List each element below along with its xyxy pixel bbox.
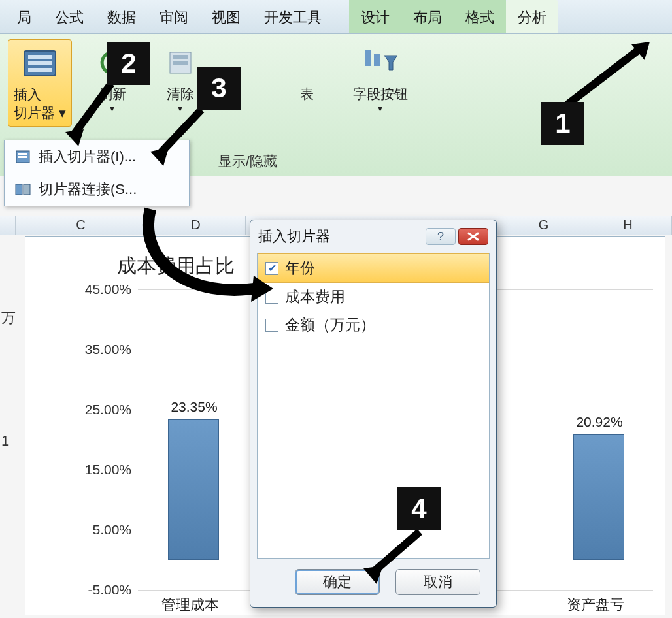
arrow-1 bbox=[562, 39, 654, 111]
dialog-close-button[interactable] bbox=[458, 228, 488, 245]
field-label-year: 年份 bbox=[285, 258, 315, 278]
step-3-callout: 3 bbox=[197, 67, 241, 110]
slicer-icon bbox=[16, 44, 63, 83]
svg-rect-12 bbox=[16, 184, 22, 195]
svg-rect-1 bbox=[28, 55, 52, 59]
svg-rect-8 bbox=[374, 54, 380, 66]
ribbon-tab-layout[interactable]: 局 bbox=[5, 0, 43, 33]
step-4-callout: 4 bbox=[397, 487, 441, 530]
cat-label-1: 资产盘亏 bbox=[567, 595, 624, 615]
ytick-15: 15.00% bbox=[85, 462, 131, 478]
col-g[interactable]: G bbox=[503, 216, 584, 235]
field-row-amount[interactable]: 金额（万元） bbox=[258, 311, 489, 339]
arrow-3a bbox=[145, 105, 210, 170]
ytick-45: 45.00% bbox=[85, 282, 131, 297]
field-row-cost[interactable]: 成本费用 bbox=[258, 283, 489, 311]
ribbon-tab-strip: 局 公式 数据 审阅 视图 开发工具 设计 布局 格式 分析 bbox=[0, 0, 672, 34]
col-c[interactable]: C bbox=[16, 216, 146, 235]
svg-rect-6 bbox=[173, 61, 188, 65]
ribbon-tab-formula[interactable]: 公式 bbox=[43, 0, 95, 33]
svg-rect-3 bbox=[28, 68, 52, 72]
clear-label: 清除 bbox=[167, 85, 194, 103]
svg-rect-5 bbox=[173, 55, 188, 59]
svg-rect-11 bbox=[18, 156, 27, 158]
ytick-n5: -5.00% bbox=[88, 582, 131, 598]
ribbon-tab-view[interactable]: 视图 bbox=[200, 0, 252, 33]
step-1-callout: 1 bbox=[541, 102, 584, 145]
arrow-2 bbox=[61, 78, 120, 150]
ytick-5: 5.00% bbox=[92, 522, 131, 538]
ribbon-tab-devtools[interactable]: 开发工具 bbox=[252, 0, 333, 33]
menu-slicer-connections-label: 切片器连接(S... bbox=[39, 180, 137, 199]
field-label-cost: 成本费用 bbox=[285, 287, 345, 307]
slicer-small-icon bbox=[14, 148, 32, 166]
menu-slicer-connections[interactable]: 切片器连接(S... bbox=[5, 173, 189, 206]
svg-rect-2 bbox=[28, 61, 52, 65]
field-buttons-label: 字段按钮 bbox=[353, 85, 408, 103]
row-label-wan: 万 bbox=[0, 276, 17, 361]
ribbon-tab-data[interactable]: 数据 bbox=[95, 0, 148, 33]
bar-asset-loss[interactable] bbox=[573, 434, 624, 560]
arrow-4 bbox=[358, 528, 430, 587]
checkbox-amount[interactable] bbox=[265, 319, 278, 332]
bar-label-0: 23.35% bbox=[155, 399, 233, 415]
svg-rect-13 bbox=[24, 184, 30, 195]
svg-rect-10 bbox=[18, 153, 27, 155]
field-row-year[interactable]: ✔ 年份 bbox=[258, 253, 489, 283]
ribbon-tab-review[interactable]: 审阅 bbox=[148, 0, 200, 33]
group-label-showhide: 显示/隐藏 bbox=[218, 152, 277, 171]
bar-management-cost[interactable] bbox=[168, 419, 219, 560]
col-h[interactable]: H bbox=[584, 216, 672, 235]
dialog-titlebar[interactable]: 插入切片器 ? bbox=[254, 224, 492, 249]
table-label: 表 bbox=[300, 85, 314, 103]
ribbon-tab-format[interactable]: 格式 bbox=[454, 0, 506, 33]
field-buttons-button[interactable]: 字段按钮 ▾ bbox=[348, 39, 413, 118]
ribbon-tab-layout2[interactable]: 布局 bbox=[401, 0, 454, 33]
funnel-icon bbox=[357, 43, 404, 82]
step-2-callout: 2 bbox=[107, 42, 150, 85]
ytick-25: 25.00% bbox=[85, 402, 131, 417]
ribbon-tab-analyze[interactable]: 分析 bbox=[506, 0, 558, 33]
field-label-amount: 金额（万元） bbox=[285, 315, 375, 335]
dialog-title: 插入切片器 bbox=[258, 227, 423, 246]
arrow-3b bbox=[131, 203, 275, 314]
dialog-help-button[interactable]: ? bbox=[426, 228, 456, 245]
cat-label-0: 管理成本 bbox=[161, 595, 219, 615]
ytick-35: 35.00% bbox=[85, 342, 131, 357]
ribbon-tab-design[interactable]: 设计 bbox=[349, 0, 401, 33]
slicer-conn-icon bbox=[14, 180, 32, 199]
table-icon bbox=[284, 43, 331, 82]
bar-label-1: 20.92% bbox=[560, 414, 639, 430]
row-label-1: 1 bbox=[0, 400, 17, 482]
row-headers: 万 1 bbox=[0, 236, 17, 482]
insert-slicer-label: 插入切片器 ▾ bbox=[14, 86, 66, 122]
svg-rect-7 bbox=[365, 50, 371, 66]
close-icon bbox=[467, 232, 479, 241]
table-button[interactable]: 表 bbox=[278, 39, 336, 107]
dialog-body: ✔ 年份 成本费用 金额（万元） bbox=[257, 253, 490, 559]
